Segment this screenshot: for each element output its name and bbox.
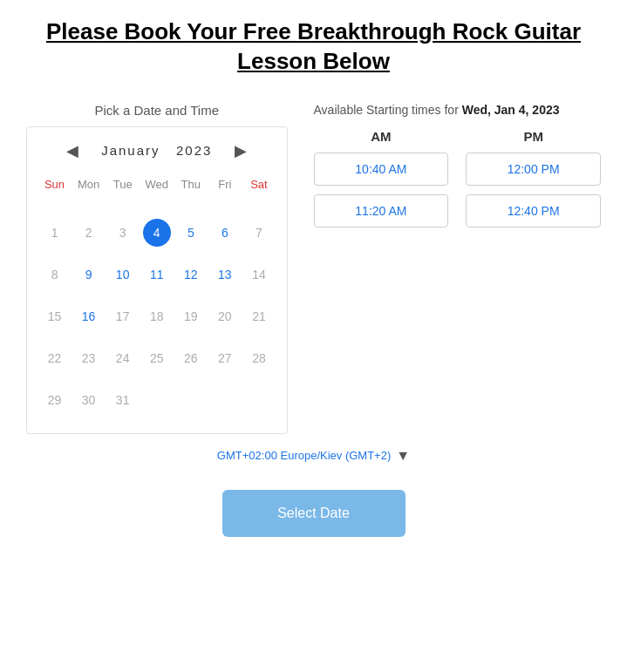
day-8: 8 — [41, 261, 69, 288]
table-row: 19 — [174, 295, 208, 337]
table-row — [208, 379, 242, 421]
timeslot-header-date: Wed, Jan 4, 2023 — [462, 103, 560, 117]
day-6: 6 — [211, 219, 239, 247]
table-row — [242, 198, 276, 212]
day-20: 20 — [211, 302, 239, 330]
table-row: 3 — [106, 212, 140, 254]
table-row: 18 — [140, 295, 174, 337]
day-16: 16 — [75, 302, 103, 330]
calendar-box: ◀ January 2023 ▶ SunMonTueWedThuFriSat 1… — [26, 126, 288, 434]
timeslot-12:00pm[interactable]: 12:00 PM — [466, 153, 601, 186]
cal-header-thu: Thu — [174, 174, 208, 198]
table-row: 22 — [37, 337, 72, 379]
calendar-grid: SunMonTueWedThuFriSat 123456789101112131… — [37, 174, 276, 421]
table-row — [174, 379, 208, 421]
table-row: 8 — [37, 254, 72, 295]
table-row — [174, 198, 208, 212]
table-row[interactable]: 13 — [208, 254, 242, 295]
timeslot-columns: AM 10:40 AM11:20 AM PM 12:00 PM12:40 PM — [314, 129, 601, 236]
table-row: 29 — [37, 379, 72, 421]
am-label: AM — [314, 129, 449, 144]
day-25: 25 — [143, 344, 171, 372]
day-30: 30 — [75, 386, 103, 414]
calendar-section: Pick a Date and Time ◀ January 2023 ▶ Su… — [26, 103, 288, 434]
day-2: 2 — [75, 219, 103, 247]
cal-header-fri: Fri — [208, 174, 242, 198]
table-row — [242, 379, 276, 421]
table-row: 20 — [208, 295, 242, 337]
table-row[interactable]: 10 — [106, 254, 140, 295]
timezone-label: GMT+02:00 Europe/Kiev (GMT+2) — [217, 449, 391, 462]
calendar-month-year: January 2023 — [101, 143, 212, 158]
calendar-nav: ◀ January 2023 ▶ — [37, 139, 276, 162]
table-row: 14 — [242, 254, 276, 295]
table-row[interactable]: 11 — [140, 254, 174, 295]
day-14: 14 — [245, 261, 273, 288]
timeslot-header: Available Starting times for Wed, Jan 4,… — [314, 103, 601, 117]
day-1: 1 — [41, 219, 69, 247]
table-row — [72, 198, 106, 212]
table-row: 1 — [37, 212, 72, 254]
day-12: 12 — [177, 261, 205, 288]
table-row: 21 — [242, 295, 276, 337]
cal-header-mon: Mon — [72, 174, 106, 198]
table-row — [140, 198, 174, 212]
prev-month-button[interactable]: ◀ — [61, 139, 84, 162]
timeslot-header-text: Available Starting times for — [314, 103, 462, 117]
timeslot-10:40am[interactable]: 10:40 AM — [314, 153, 449, 186]
table-row: 7 — [242, 212, 276, 254]
timeslot-11:20am[interactable]: 11:20 AM — [314, 194, 449, 227]
day-9: 9 — [75, 261, 103, 288]
cal-header-wed: Wed — [140, 174, 174, 198]
page-title: Please Book Your Free Breakthrough Rock … — [26, 17, 601, 77]
cal-header-tue: Tue — [106, 174, 140, 198]
table-row: 24 — [106, 337, 140, 379]
table-row: 27 — [208, 337, 242, 379]
table-row[interactable]: 5 — [174, 212, 208, 254]
day-28: 28 — [245, 344, 273, 372]
timeslot-section: Available Starting times for Wed, Jan 4,… — [314, 103, 601, 434]
day-17: 17 — [109, 302, 137, 330]
pm-label: PM — [466, 129, 601, 144]
table-row[interactable]: 12 — [174, 254, 208, 295]
table-row[interactable]: 9 — [72, 254, 106, 295]
day-15: 15 — [41, 302, 69, 330]
day-3: 3 — [109, 219, 137, 247]
table-row: 31 — [106, 379, 140, 421]
table-row: 25 — [140, 337, 174, 379]
timeslot-12:40pm[interactable]: 12:40 PM — [466, 194, 601, 227]
select-date-button[interactable]: Select Date — [222, 490, 406, 537]
calendar-year: 2023 — [176, 143, 212, 158]
pm-column: PM 12:00 PM12:40 PM — [466, 129, 601, 236]
day-26: 26 — [177, 344, 205, 372]
cal-header-sun: Sun — [37, 174, 72, 198]
table-row — [37, 198, 72, 212]
table-row — [208, 198, 242, 212]
table-row: 28 — [242, 337, 276, 379]
calendar-month: January — [101, 143, 160, 158]
timezone-dropdown-icon: ▼ — [396, 448, 410, 464]
am-column: AM 10:40 AM11:20 AM — [314, 129, 449, 236]
day-22: 22 — [41, 344, 69, 372]
table-row: 17 — [106, 295, 140, 337]
table-row[interactable]: 4 — [140, 212, 174, 254]
day-10: 10 — [109, 261, 137, 288]
day-21: 21 — [245, 302, 273, 330]
table-row: 23 — [72, 337, 106, 379]
day-24: 24 — [109, 344, 137, 372]
day-18: 18 — [143, 302, 171, 330]
next-month-button[interactable]: ▶ — [229, 139, 252, 162]
day-13: 13 — [211, 261, 239, 288]
table-row — [140, 379, 174, 421]
timezone-selector[interactable]: GMT+02:00 Europe/Kiev (GMT+2) ▼ — [217, 448, 410, 464]
table-row[interactable]: 16 — [72, 295, 106, 337]
day-29: 29 — [41, 386, 69, 414]
day-31: 31 — [109, 386, 137, 414]
table-row — [106, 198, 140, 212]
table-row[interactable]: 6 — [208, 212, 242, 254]
day-7: 7 — [245, 219, 273, 247]
calendar-label: Pick a Date and Time — [26, 103, 288, 118]
day-19: 19 — [177, 302, 205, 330]
day-5: 5 — [177, 219, 205, 247]
table-row: 26 — [174, 337, 208, 379]
